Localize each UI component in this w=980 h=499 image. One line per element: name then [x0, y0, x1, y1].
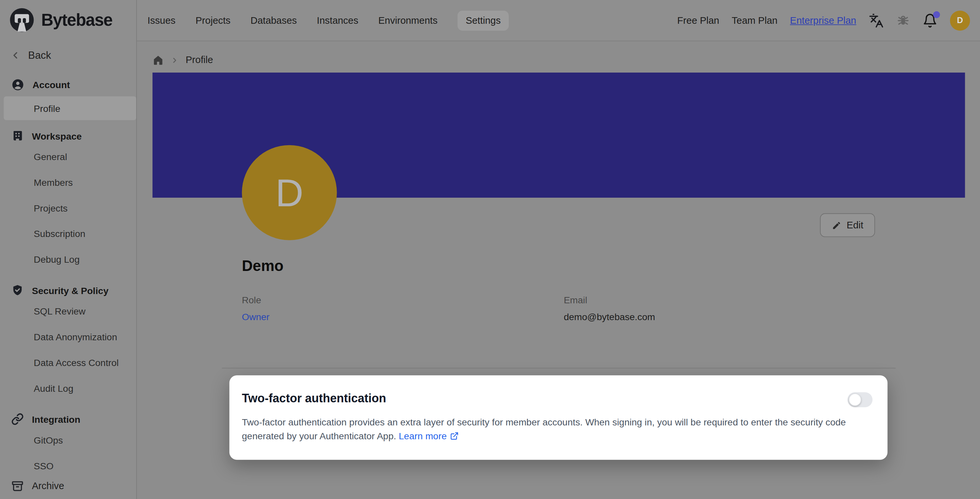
home-icon[interactable] [152, 54, 164, 66]
edit-button[interactable]: Edit [820, 213, 875, 237]
sidebar-section-integration: Integration [0, 411, 136, 427]
brand-logo[interactable]: Bytebase [0, 0, 136, 33]
sidebar-nav: Account Profile Workspace General Member… [0, 70, 136, 474]
notification-badge [933, 11, 940, 18]
sidebar-section-security: Security & Policy [0, 282, 136, 298]
two-factor-card: Two-factor authentication Two-factor aut… [229, 375, 888, 460]
section-divider [222, 368, 896, 369]
nav-projects[interactable]: Projects [196, 10, 231, 30]
sidebar-item-archive[interactable]: Archive [0, 473, 136, 499]
back-button[interactable]: Back [10, 49, 136, 61]
sidebar-item-data-access-control[interactable]: Data Access Control [0, 350, 136, 376]
building-icon [11, 129, 24, 142]
sidebar-section-account: Account [0, 76, 136, 92]
nav-instances[interactable]: Instances [317, 10, 358, 30]
toggle-knob [849, 394, 861, 406]
sidebar-item-subscription[interactable]: Subscription [0, 221, 136, 247]
sidebar-item-projects[interactable]: Projects [0, 195, 136, 221]
two-factor-description: Two-factor authentication provides an ex… [242, 416, 868, 443]
notifications-bell-icon[interactable] [923, 13, 937, 28]
chevron-left-icon [10, 50, 21, 61]
profile-fields: Role Owner Email demo@bytebase.com [242, 295, 886, 322]
shield-check-icon [11, 284, 24, 297]
external-link-icon [450, 431, 459, 440]
user-avatar[interactable]: D [950, 10, 970, 30]
team-plan-link[interactable]: Team Plan [732, 15, 778, 26]
nav-settings[interactable]: Settings [458, 10, 509, 30]
sidebar-item-members[interactable]: Members [0, 170, 136, 195]
free-plan-link[interactable]: Free Plan [677, 15, 719, 26]
chevron-right-icon [170, 56, 179, 64]
breadcrumb-current: Profile [186, 54, 213, 66]
enterprise-plan-link[interactable]: Enterprise Plan [790, 15, 856, 26]
bug-icon[interactable] [896, 14, 910, 27]
sidebar-item-gitops[interactable]: GitOps [0, 427, 136, 453]
sidebar-item-sql-review[interactable]: SQL Review [0, 298, 136, 324]
sidebar-item-audit-log[interactable]: Audit Log [0, 375, 136, 401]
back-label: Back [28, 49, 51, 61]
sidebar-item-general[interactable]: General [0, 144, 136, 170]
two-factor-toggle[interactable] [848, 392, 872, 407]
email-field: Email demo@bytebase.com [564, 295, 886, 322]
user-icon [11, 78, 24, 91]
archive-icon [11, 480, 24, 493]
sidebar-section-workspace: Workspace [0, 128, 136, 144]
learn-more-link[interactable]: Learn more [399, 430, 458, 441]
main-content: Profile D Edit Demo Role Owner Email dem… [137, 42, 980, 499]
email-label: Email [564, 295, 886, 305]
link-icon [11, 413, 24, 426]
topbar: Issues Projects Databases Instances Envi… [137, 0, 980, 41]
sidebar-item-debug-log[interactable]: Debug Log [0, 247, 136, 272]
bytebase-logo-icon [8, 6, 36, 33]
profile-avatar: D [242, 145, 337, 240]
nav-databases[interactable]: Databases [251, 10, 297, 30]
sidebar-item-data-anonymization[interactable]: Data Anonymization [0, 324, 136, 350]
sidebar-item-profile[interactable]: Profile [4, 96, 136, 120]
profile-name: Demo [242, 257, 283, 274]
role-field: Role Owner [242, 295, 564, 322]
translate-icon[interactable] [869, 13, 884, 28]
sidebar: Bytebase Back Account Profile W [0, 0, 137, 499]
top-nav: Issues Projects Databases Instances Envi… [137, 10, 509, 30]
two-factor-title: Two-factor authentication [242, 392, 386, 406]
email-value: demo@bytebase.com [564, 312, 886, 322]
bytebase-app: Bytebase Back Account Profile W [0, 0, 980, 499]
brand-name: Bytebase [41, 10, 112, 30]
role-value-link[interactable]: Owner [242, 312, 564, 322]
sidebar-item-sso[interactable]: SSO [0, 453, 136, 474]
topbar-right: Free Plan Team Plan Enterprise Plan D [677, 10, 980, 30]
nav-environments[interactable]: Environments [378, 10, 438, 30]
pencil-icon [832, 220, 841, 230]
role-label: Role [242, 295, 564, 305]
nav-issues[interactable]: Issues [147, 10, 175, 30]
breadcrumb: Profile [137, 42, 980, 66]
